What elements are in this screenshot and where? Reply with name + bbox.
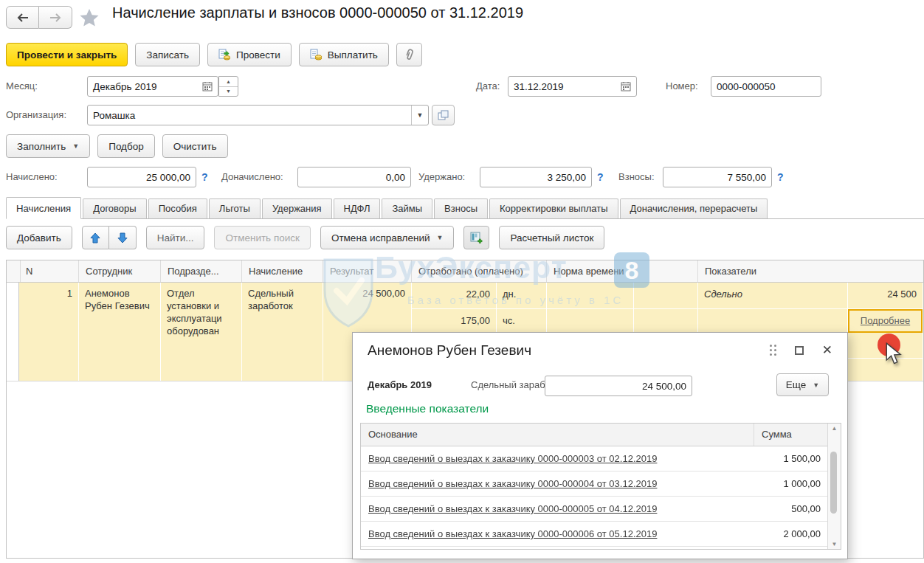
more-button[interactable]: Еще ▼ bbox=[776, 373, 829, 396]
accrued-help-icon[interactable]: ? bbox=[201, 167, 208, 187]
basis-document-link[interactable]: Ввод сведений о выездах к заказчику 0000… bbox=[361, 528, 754, 539]
tab-vznosy[interactable]: Взносы bbox=[434, 198, 488, 218]
clear-button[interactable]: Очистить bbox=[162, 134, 228, 158]
contributions-input[interactable]: 7 550,00 bbox=[663, 167, 772, 187]
table-plus-icon bbox=[470, 232, 483, 244]
contributions-help-icon[interactable]: ? bbox=[777, 167, 784, 187]
move-up-button[interactable] bbox=[82, 226, 109, 249]
back-button[interactable] bbox=[6, 6, 39, 29]
add-indicators-button[interactable] bbox=[463, 226, 489, 249]
payroll-document-window: Начисление зарплаты и взносов 0000-00005… bbox=[0, 0, 924, 563]
scroll-up-icon[interactable]: ▲ bbox=[828, 425, 841, 432]
tab-korrektirovki[interactable]: Корректировки выплаты bbox=[489, 198, 618, 218]
withheld-input[interactable]: 3 250,00 bbox=[480, 167, 592, 187]
number-label: Номер: bbox=[666, 76, 698, 97]
tab-nachisleniya[interactable]: Начисления bbox=[6, 197, 81, 219]
add-row-button[interactable]: Добавить bbox=[6, 226, 72, 249]
calendar-icon[interactable] bbox=[621, 81, 631, 91]
basis-document-link[interactable]: Ввод сведений о выездах к заказчику 0000… bbox=[361, 453, 754, 464]
employee-cell[interactable]: Анемонов Рубен Гезевич bbox=[79, 283, 161, 381]
department-cell[interactable]: Отдел установки и эксплуатаци оборудован bbox=[161, 283, 242, 381]
pick-button[interactable]: Подбор bbox=[97, 134, 155, 158]
date-value: 31.12.2019 bbox=[514, 81, 621, 92]
organization-open-button[interactable] bbox=[432, 105, 455, 125]
pay-button[interactable]: Выплатить bbox=[299, 43, 389, 66]
piecework-input[interactable]: 24 500,00 bbox=[545, 376, 692, 396]
post-button[interactable]: Провести bbox=[207, 43, 292, 66]
maximize-icon[interactable] bbox=[795, 346, 804, 355]
cancel-search-button: Отменить поиск bbox=[214, 226, 310, 249]
tab-zaimy[interactable]: Займы bbox=[382, 198, 432, 218]
month-stepper[interactable]: ▲ ▼ bbox=[218, 76, 238, 97]
piecework-value: 24 500,00 bbox=[642, 381, 686, 392]
move-down-button[interactable] bbox=[109, 226, 137, 249]
row-number-cell[interactable]: 1 bbox=[19, 283, 79, 381]
extra-accrued-input[interactable]: 0,00 bbox=[297, 167, 411, 187]
favorite-star-icon[interactable] bbox=[80, 8, 99, 29]
scroll-down-icon[interactable]: ▼ bbox=[828, 541, 841, 548]
accrued-input[interactable]: 25 000,00 bbox=[87, 167, 196, 187]
tab-ndfl[interactable]: НДФЛ bbox=[334, 198, 381, 218]
popup-title: Анемонов Рубен Гезевич bbox=[368, 342, 531, 359]
list-item[interactable]: Ввод сведений о выездах к заказчику 0000… bbox=[361, 472, 828, 497]
grid-header-department[interactable]: Подразде... bbox=[161, 260, 242, 282]
month-value: Декабрь 2019 bbox=[93, 81, 202, 92]
sum-value: 1 500,00 bbox=[754, 453, 828, 464]
popup-table-scrollbar[interactable]: ▲ ▼ bbox=[827, 424, 841, 549]
accrual-cell[interactable]: Сдельный заработок bbox=[242, 283, 323, 381]
sum-column-header[interactable]: Сумма bbox=[754, 424, 828, 446]
save-button[interactable]: Записать bbox=[135, 43, 200, 66]
step-up-icon[interactable]: ▲ bbox=[219, 77, 238, 87]
date-input[interactable]: 31.12.2019 bbox=[508, 76, 637, 97]
grid-header-indicators[interactable]: Показатели bbox=[698, 260, 923, 282]
combo-dropdown-icon[interactable]: ▼ bbox=[411, 106, 428, 125]
number-input[interactable]: 0000-000050 bbox=[711, 76, 821, 97]
organization-value: Ромашка bbox=[93, 110, 408, 121]
grid-header-employee[interactable]: Сотрудник bbox=[79, 260, 161, 282]
accrued-label: Начислено: bbox=[6, 167, 58, 187]
tab-dogovory[interactable]: Договоры bbox=[83, 198, 146, 218]
grid-toolbar: Добавить Найти... Отменить поиск Отмена … bbox=[6, 226, 604, 249]
organization-combobox[interactable]: Ромашка ▼ bbox=[87, 105, 429, 125]
fill-menu-button[interactable]: Заполнить ▼ bbox=[6, 134, 90, 158]
scrollbar-thumb[interactable] bbox=[830, 452, 837, 514]
withheld-help-icon[interactable]: ? bbox=[597, 167, 604, 187]
tab-donachisleniya[interactable]: Доначисления, перерасчеты bbox=[620, 198, 768, 218]
worked-days-value[interactable]: 22,00 bbox=[412, 283, 496, 309]
grid-header-accrual[interactable]: Начисление bbox=[242, 260, 323, 282]
grid-header-worked[interactable]: Отработано (оплачено) bbox=[412, 260, 547, 282]
grid-header-n[interactable]: N bbox=[19, 260, 79, 282]
worked-hours-value[interactable]: 175,00 bbox=[412, 309, 496, 333]
tab-posobiya[interactable]: Пособия bbox=[148, 198, 207, 218]
step-down-icon[interactable]: ▼ bbox=[219, 87, 238, 97]
forward-button[interactable] bbox=[39, 6, 72, 29]
grid-header-norm[interactable]: Норма времени bbox=[547, 260, 698, 282]
chevron-down-icon: ▼ bbox=[72, 142, 79, 150]
find-button[interactable]: Найти... bbox=[146, 226, 205, 249]
details-link[interactable]: Подробнее bbox=[861, 315, 910, 327]
pay-icon bbox=[310, 49, 323, 61]
close-icon[interactable]: ✕ bbox=[822, 345, 832, 356]
entered-indicators-table: Основание Сумма Ввод сведений о выездах … bbox=[360, 423, 841, 550]
list-item[interactable]: Ввод сведений о выездах к заказчику 0000… bbox=[361, 446, 828, 472]
pay-slip-button[interactable]: Расчетный листок bbox=[499, 226, 604, 249]
chevron-down-icon: ▼ bbox=[813, 381, 819, 389]
undo-fixes-menu-button[interactable]: Отмена исправлений ▼ bbox=[320, 226, 455, 249]
tab-uderzhaniya[interactable]: Удержания bbox=[262, 198, 332, 218]
month-input[interactable]: Декабрь 2019 bbox=[87, 76, 218, 97]
attachments-button[interactable] bbox=[396, 43, 422, 66]
post-and-close-button[interactable]: Провести и закрыть bbox=[6, 43, 128, 66]
more-menu-icon[interactable] bbox=[770, 345, 776, 356]
list-item[interactable]: Ввод сведений о выездах к заказчику 0000… bbox=[361, 522, 828, 547]
basis-column-header[interactable]: Основание bbox=[361, 424, 754, 446]
tab-lgoty[interactable]: Льготы bbox=[209, 198, 261, 218]
basis-document-link[interactable]: Ввод сведений о выездах к заказчику 0000… bbox=[361, 478, 754, 489]
contributions-label: Взносы: bbox=[618, 167, 655, 187]
history-nav bbox=[6, 6, 72, 29]
calendar-icon[interactable] bbox=[202, 81, 213, 91]
grid-header-result[interactable]: Результат bbox=[323, 260, 412, 282]
basis-document-link[interactable]: Ввод сведений о выездах к заказчику 0000… bbox=[361, 503, 754, 514]
list-item[interactable]: Ввод сведений о выездах к заказчику 0000… bbox=[361, 497, 828, 522]
details-cell[interactable]: Подробнее bbox=[848, 309, 923, 333]
grid-header: N Сотрудник Подразде... Начисление Резул… bbox=[7, 260, 923, 283]
